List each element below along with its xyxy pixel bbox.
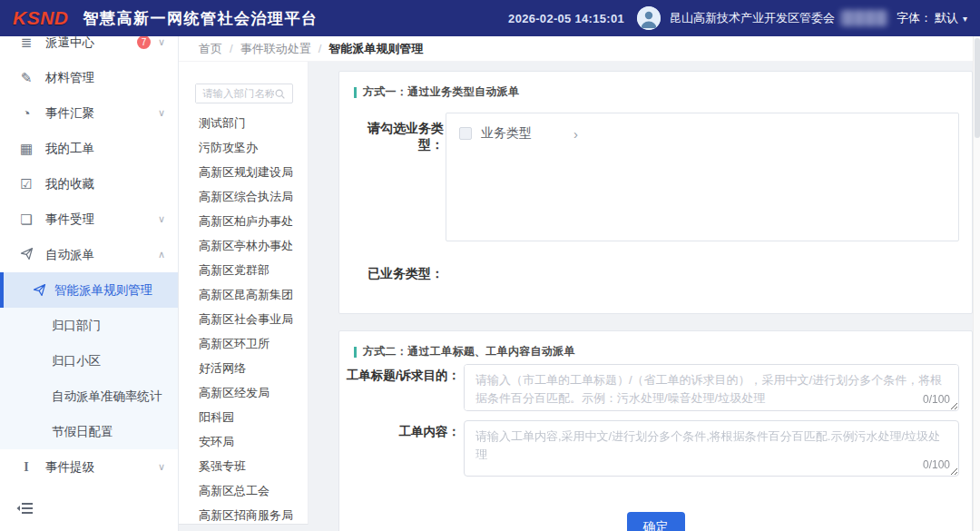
workorder-content-label: 工单内容： [339,424,460,440]
font-value: 默认 [935,10,958,26]
sidebar-item-dispatch-accuracy-stats[interactable]: 自动派单准确率统计 [0,379,178,414]
font-label: 字体： [897,10,932,26]
sidebar-item-label: 智能派单规则管理 [54,282,152,299]
sidebar-item-label: 派遣中心 [45,36,94,51]
department-item-clipped[interactable]: 高新区 [179,527,308,531]
favorites-check-icon: ☑ [18,176,34,192]
department-item[interactable]: 高新区党群部 [179,258,308,282]
ksnd-logo: KSND [13,7,69,29]
app-root: KSND 智慧高新一网统管社会治理平台 2026-02-05 14:15:01 … [0,0,980,531]
sidebar-item-label: 事件汇聚 [45,105,94,122]
sidebar-item-materials[interactable]: ✎ 材料管理 [0,60,178,95]
department-search [195,84,293,103]
header-right: 2026-02-05 14:15:01 昆山高新技术产业开发区管委会 字体： 默… [508,6,967,30]
sidebar-item-event-aggregation[interactable]: ◔ 事件汇聚 ∨ [0,95,178,131]
acceptance-copy-icon: ❏ [18,211,34,228]
business-type-select-label: 请勾选业务类型： [344,121,444,153]
department-item[interactable]: 高新区亭林办事处 [179,233,308,258]
department-item[interactable]: 高新区经发局 [179,380,308,405]
department-item[interactable]: 高新区昆高新集团 [179,282,308,307]
collapse-sidebar-button[interactable] [0,501,178,519]
department-item[interactable]: 高新区柏庐办事处 [179,209,308,233]
breadcrumb-separator: / [318,42,322,55]
department-item[interactable]: 高新区招商服务局 [179,503,308,527]
sidebar-item-label: 材料管理 [45,70,94,86]
department-item[interactable]: 奚强专班 [179,454,308,478]
workorder-content-textarea[interactable] [464,420,959,477]
event-pool-icon: ◔ [18,105,34,121]
redacted-user-detail [840,10,887,26]
workorder-title-textarea[interactable] [464,364,959,411]
sidebar-item-holiday-config[interactable]: 节假日配置 [0,414,178,449]
main-content: 测试部门 污防攻坚办 高新区规划建设局 高新区综合执法局 高新区柏庐办事处 高新… [179,62,980,531]
collapse-menu-icon [16,501,34,519]
breadcrumb-current-page: 智能派单规则管理 [328,41,423,57]
paper-plane-icon [18,247,34,263]
paper-plane-icon [33,283,46,297]
sidebar-item-dept-mapping[interactable]: 归口部门 [0,308,178,343]
sidebar-item-label: 归口部门 [52,318,101,334]
sidebar-item-my-favorites[interactable]: ☑ 我的收藏 [0,166,178,202]
checkbox-icon[interactable] [459,127,472,140]
chevron-down-icon: ∨ [158,213,165,225]
department-panel: 测试部门 污防攻坚办 高新区规划建设局 高新区综合执法局 高新区柏庐办事处 高新… [179,62,309,525]
font-selector[interactable]: 字体： 默认 ▾ [897,10,967,26]
department-item[interactable]: 高新区总工会 [179,478,308,503]
scrollbar-thumb[interactable] [975,38,980,138]
chevron-down-icon: ▾ [963,14,967,24]
escalation-ibeam-icon: I [18,460,34,475]
tree-node-business-type[interactable]: 业务类型 › [446,113,958,153]
department-item[interactable]: 安环局 [179,429,308,454]
confirm-button[interactable]: 确定 [627,512,685,531]
sidebar-item-label: 我的工单 [45,141,94,157]
method1-header: 方式一：通过业务类型自动派单 [354,84,519,100]
method2-card: 方式二：通过工单标题、工单内容自动派单 工单标题/诉求目的： 0/100 工单内… [338,330,973,531]
sidebar-item-label: 节假日配置 [52,424,113,440]
department-item[interactable]: 高新区规划建设局 [179,160,308,184]
department-item[interactable]: 好活网络 [179,356,308,380]
sidebar-item-dispatch-center[interactable]: ≣ 派遣中心 7 ∨ [0,36,178,60]
sidebar-item-my-workorders[interactable]: ▦ 我的工单 [0,131,178,166]
department-list: 测试部门 污防攻坚办 高新区规划建设局 高新区综合执法局 高新区柏庐办事处 高新… [179,111,308,531]
breadcrumb-home[interactable]: 首页 [199,41,222,57]
accent-bar [354,87,357,98]
department-item[interactable]: 高新区环卫所 [179,331,308,356]
department-item[interactable]: 阳科园 [179,405,308,429]
workorder-content-field: 0/100 [464,420,959,477]
user-avatar-icon[interactable] [637,6,661,30]
sidebar-item-auto-dispatch[interactable]: 自动派单 ∧ [0,237,178,272]
breadcrumb: 首页 / 事件联动处置 / 智能派单规则管理 [179,36,980,62]
chevron-down-icon: ∨ [158,36,165,48]
sidebar-item-event-acceptance[interactable]: ❏ 事件受理 ∨ [0,202,178,237]
dispatch-center-icon: ≣ [18,36,34,51]
method2-title: 方式二：通过工单标题、工单内容自动派单 [363,344,575,359]
department-item[interactable]: 污防攻坚办 [179,135,308,160]
chevron-up-icon: ∧ [158,249,165,261]
notification-badge: 7 [137,36,151,49]
sidebar-item-label: 自动派单 [45,247,94,263]
page-scrollbar[interactable] [973,36,980,531]
workorder-grid-icon: ▦ [18,141,34,157]
method2-header: 方式二：通过工单标题、工单内容自动派单 [354,344,575,359]
sidebar-item-community-mapping[interactable]: 归口小区 [0,343,178,379]
workorder-title-field: 0/100 [464,364,959,411]
tree-node-label: 业务类型 [481,125,532,142]
materials-icon: ✎ [18,70,34,86]
department-item[interactable]: 测试部门 [179,111,308,135]
department-item[interactable]: 高新区综合执法局 [179,184,308,209]
search-icon [274,88,289,100]
department-search-input[interactable] [196,84,274,103]
breadcrumb-event-linkage[interactable]: 事件联动处置 [240,41,311,57]
sidebar: ≣ 派遣中心 7 ∨ ✎ 材料管理 ◔ 事件汇聚 ∨ ▦ 我的工单 ☑ 我的收藏… [0,36,179,531]
app-title: 智慧高新一网统管社会治理平台 [83,8,318,29]
sidebar-item-event-escalation[interactable]: I 事件提级 ∨ [0,449,178,485]
sidebar-item-label: 归口小区 [52,353,101,369]
breadcrumb-separator: / [230,42,233,55]
workorder-title-label: 工单标题/诉求目的： [339,368,460,384]
user-name: 昆山高新技术产业开发区管委会 [670,10,835,26]
sidebar-item-smart-dispatch-rules[interactable]: 智能派单规则管理 [0,272,178,308]
department-item[interactable]: 高新区社会事业局 [179,307,308,331]
selected-business-type-label: 已业务类型： [344,266,444,282]
sidebar-item-label: 自动派单准确率统计 [52,388,162,405]
chevron-right-icon[interactable]: › [573,126,578,142]
